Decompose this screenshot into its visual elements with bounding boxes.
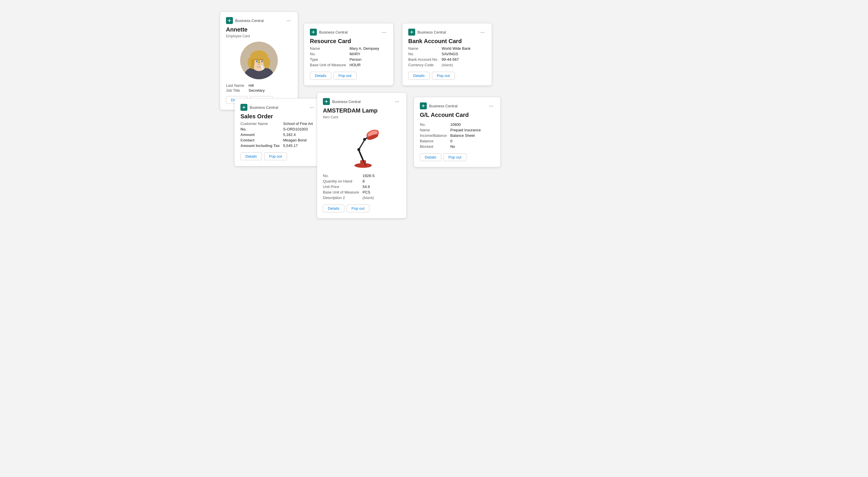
bank-details-button[interactable]: Details xyxy=(408,72,430,80)
gl-actions: Details Pop out xyxy=(420,153,494,161)
card-header-sales: Business Central ··· xyxy=(241,104,315,111)
bc-logo-icon-resource xyxy=(310,29,317,36)
plus-icon xyxy=(227,19,231,23)
gl-income-row: Income/Balance Balance Sheet xyxy=(420,133,494,138)
employee-lastname-value: Hill xyxy=(249,83,254,88)
app-name-resource: Business Central xyxy=(319,30,347,34)
gl-no-row: No. 10600 xyxy=(420,122,494,127)
lamp-no-value: 1928-S xyxy=(363,173,400,179)
lamp-popout-button[interactable]: Pop out xyxy=(347,204,370,212)
sales-tax-label: Amount Including Tax xyxy=(241,143,283,149)
lamp-qty-value: 8 xyxy=(363,179,400,184)
lamp-buom-row: Base Unit of Measure PCS xyxy=(323,189,400,195)
app-name-sales: Business Central xyxy=(250,105,278,109)
sales-order-card: Business Central ··· Sales Order Custome… xyxy=(235,98,321,166)
lamp-desc2-value: (blank) xyxy=(363,195,400,200)
sales-no-value: S-ORD101003 xyxy=(283,126,315,132)
lamp-image xyxy=(323,123,400,169)
bc-logo-icon-bank xyxy=(408,29,415,36)
lamp-no-label: No. xyxy=(323,173,363,179)
bc-logo-icon-lamp xyxy=(323,98,330,105)
app-name-employee: Business Central xyxy=(235,19,264,23)
more-options-button-bank[interactable]: ··· xyxy=(479,30,486,35)
bank-name-row: Name World Wide Bank xyxy=(408,46,486,51)
bc-logo-icon-gl xyxy=(420,102,427,109)
lamp-desc2-row: Description 2 (blank) xyxy=(323,195,400,200)
bank-currency-label: Currency Code xyxy=(408,62,441,68)
more-options-button-sales[interactable]: ··· xyxy=(308,105,315,110)
employee-photo-svg xyxy=(240,42,278,79)
svg-rect-26 xyxy=(325,101,328,102)
resource-popout-button[interactable]: Pop out xyxy=(334,72,356,80)
bank-fields-table: Name World Wide Bank No. SAVINGS Bank Ac… xyxy=(408,46,486,68)
lamp-desc2-label: Description 2 xyxy=(323,195,363,200)
resource-name-value: Mary A. Dempsey xyxy=(349,46,388,51)
card-header-lamp: Business Central ··· xyxy=(323,98,400,105)
lamp-qty-row: Quantity on Hand 8 xyxy=(323,179,400,184)
bank-popout-button[interactable]: Pop out xyxy=(432,72,455,80)
bank-no-label: No. xyxy=(408,51,441,57)
sales-contact-value: Meagan Bond xyxy=(283,137,315,143)
bank-currency-row: Currency Code (blank) xyxy=(408,62,486,68)
sales-amount-value: 5,182.4 xyxy=(283,132,315,137)
resource-title: Resource Card xyxy=(310,38,388,44)
plus-icon-bank xyxy=(410,30,414,34)
gl-popout-button[interactable]: Pop out xyxy=(443,153,466,161)
svg-point-13 xyxy=(256,60,257,62)
lamp-qty-label: Quantity on Hand xyxy=(323,179,363,184)
resource-buom-row: Base Unit of Measure HOUR xyxy=(310,62,388,68)
lamp-price-label: Unit Price xyxy=(323,184,363,189)
lamp-details-button[interactable]: Details xyxy=(323,204,344,212)
svg-point-15 xyxy=(257,61,257,61)
resource-buom-value: HOUR xyxy=(349,62,388,68)
bank-currency-value: (blank) xyxy=(441,62,486,68)
card-header-resource: Business Central ··· xyxy=(310,29,388,36)
bank-no-value: SAVINGS xyxy=(441,51,486,57)
employee-photo-container xyxy=(226,42,292,79)
card-header-left-gl: Business Central xyxy=(420,102,458,109)
bank-title: Bank Account Card xyxy=(408,38,486,44)
sales-amount-row: Amount 5,182.4 xyxy=(241,132,315,137)
resource-details-button[interactable]: Details xyxy=(310,72,331,80)
svg-line-38 xyxy=(359,144,362,149)
plus-icon-resource xyxy=(311,30,315,34)
card-header-bank: Business Central ··· xyxy=(408,29,486,36)
svg-rect-24 xyxy=(243,107,246,107)
sales-fields-table: Customer Name School of Fine Art No. S-O… xyxy=(241,121,315,149)
sales-popout-button[interactable]: Pop out xyxy=(264,153,287,160)
resource-fields-table: Name Mary A. Dempsey No. MARY Type Perso… xyxy=(310,46,388,68)
app-name-bank: Business Central xyxy=(417,30,446,34)
sales-details-button[interactable]: Details xyxy=(241,153,262,160)
card-header-left: Business Central xyxy=(226,17,264,24)
lamp-fields-table: No. 1928-S Quantity on Hand 8 Unit Price… xyxy=(323,173,400,200)
employee-lastname-row: Last Name Hill xyxy=(226,83,292,88)
lamp-title: AMSTERDAM Lamp xyxy=(323,107,400,114)
bank-account-no-label: Bank Account No. xyxy=(408,57,441,62)
gl-blocked-value: No xyxy=(450,144,494,149)
card-header-left-resource: Business Central xyxy=(310,29,347,36)
gl-title: G/L Account Card xyxy=(420,112,494,118)
more-options-button-lamp[interactable]: ··· xyxy=(394,99,400,104)
svg-rect-20 xyxy=(312,32,315,32)
employee-jobtitle-row: Job Title Secretary xyxy=(226,88,292,93)
gl-income-value: Balance Sheet xyxy=(450,133,494,138)
more-options-button-gl[interactable]: ··· xyxy=(488,103,494,108)
resource-no-label: No. xyxy=(310,51,349,57)
gl-details-button[interactable]: Details xyxy=(420,153,441,161)
sales-no-label: No. xyxy=(241,126,283,132)
plus-icon-sales xyxy=(242,105,246,109)
gl-name-value: Prepaid Insurance xyxy=(450,127,494,133)
card-header-left-bank: Business Central xyxy=(408,29,446,36)
more-options-button-resource[interactable]: ··· xyxy=(381,30,388,35)
gl-income-label: Income/Balance xyxy=(420,133,450,138)
more-options-button-employee[interactable]: ··· xyxy=(285,18,292,23)
bank-card: Business Central ··· Bank Account Card N… xyxy=(402,23,492,86)
bank-account-no-row: Bank Account No. 99-44-567 xyxy=(408,57,486,62)
employee-subtitle: Employee Card xyxy=(226,34,292,38)
resource-no-value: MARY xyxy=(349,51,388,57)
sales-no-row: No. S-ORD101003 xyxy=(241,126,315,132)
lamp-no-row: No. 1928-S xyxy=(323,173,400,179)
lamp-actions: Details Pop out xyxy=(323,204,400,212)
gl-name-label: Name xyxy=(420,127,450,133)
gl-balance-row: Balance 0 xyxy=(420,138,494,144)
